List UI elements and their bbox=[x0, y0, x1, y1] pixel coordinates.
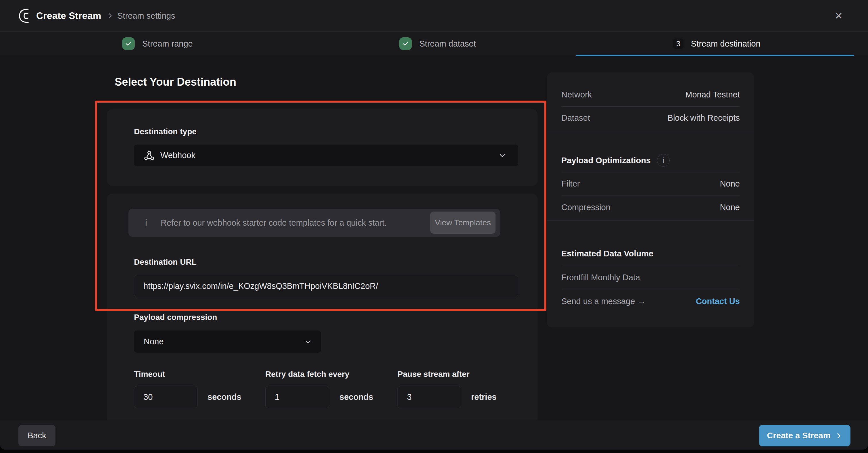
row-value: None bbox=[720, 179, 740, 188]
webhook-config-card: i Refer to our webhook starter code temp… bbox=[107, 194, 537, 420]
retry-label: Retry data fetch every bbox=[265, 370, 349, 379]
summary-row-frontfill: Frontfill Monthly Data bbox=[561, 272, 740, 283]
close-icon[interactable]: ✕ bbox=[831, 8, 847, 24]
chevron-down-icon bbox=[498, 151, 507, 160]
app-logo-icon bbox=[18, 8, 31, 24]
webhook-icon bbox=[143, 149, 155, 161]
row-value: None bbox=[720, 203, 740, 212]
info-icon: i bbox=[145, 209, 147, 237]
summary-row-compression: Compression None bbox=[561, 202, 740, 213]
section-heading: Select Your Destination bbox=[115, 76, 236, 88]
pause-unit: retries bbox=[471, 386, 497, 408]
create-stream-label: Create a Stream bbox=[767, 431, 831, 440]
step-number-badge: 3 bbox=[673, 38, 683, 49]
row-label: Frontfill Monthly Data bbox=[561, 273, 640, 282]
row-label: Send us a message → bbox=[561, 297, 646, 306]
section-header-label: Estimated Data Volume bbox=[561, 249, 653, 259]
row-value: Monad Testnet bbox=[685, 90, 740, 99]
row-label: Compression bbox=[561, 203, 611, 212]
row-label: Dataset bbox=[561, 113, 590, 123]
pause-input[interactable] bbox=[398, 386, 461, 408]
chevron-down-icon bbox=[304, 337, 312, 346]
banner-text: Refer to our webhook starter code templa… bbox=[161, 209, 387, 237]
retry-input[interactable] bbox=[265, 386, 330, 408]
back-button[interactable]: Back bbox=[19, 425, 56, 446]
row-label: Filter bbox=[561, 179, 580, 188]
contact-us-link[interactable]: Contact Us bbox=[696, 297, 740, 306]
pause-label: Pause stream after bbox=[398, 370, 470, 379]
chevron-right-icon bbox=[835, 432, 842, 440]
section-header: Payload Optimizations i bbox=[561, 154, 670, 167]
row-value: Block with Receipts bbox=[668, 113, 740, 123]
step-tabbar: Stream range Stream dataset 3 Stream des… bbox=[0, 32, 868, 56]
divider bbox=[561, 266, 740, 266]
view-templates-button[interactable]: View Templates bbox=[430, 212, 496, 234]
create-stream-modal: Create Stream Stream settings ✕ Stream r… bbox=[0, 0, 868, 450]
payload-compression-label: Payload compression bbox=[134, 313, 217, 322]
page-title: Create Stream bbox=[36, 0, 101, 32]
stream-summary-card: Network Monad Testnet Dataset Block with… bbox=[547, 72, 754, 327]
row-label: Network bbox=[561, 90, 592, 99]
summary-row-filter: Filter None bbox=[561, 178, 740, 189]
destination-type-select[interactable]: Webhook bbox=[134, 145, 518, 166]
header: Create Stream Stream settings ✕ bbox=[0, 0, 868, 32]
summary-row-contact: Send us a message → Contact Us bbox=[561, 296, 740, 307]
payload-compression-select[interactable]: None bbox=[134, 331, 321, 353]
breadcrumb-chevron-icon bbox=[106, 12, 114, 20]
summary-row-dataset: Dataset Block with Receipts bbox=[561, 112, 740, 124]
summary-row-payload-optimizations: Payload Optimizations i bbox=[561, 154, 740, 167]
timeout-label: Timeout bbox=[134, 370, 165, 379]
check-icon bbox=[122, 37, 135, 50]
info-icon[interactable]: i bbox=[657, 154, 670, 167]
create-stream-button[interactable]: Create a Stream bbox=[759, 425, 850, 446]
tab-stream-destination[interactable]: 3 Stream destination bbox=[673, 32, 761, 56]
timeout-unit: seconds bbox=[208, 386, 242, 408]
destination-type-label: Destination type bbox=[134, 127, 196, 136]
destination-url-label: Destination URL bbox=[134, 258, 196, 267]
check-icon bbox=[399, 37, 412, 50]
templates-info-banner: i Refer to our webhook starter code temp… bbox=[128, 209, 500, 237]
tab-label: Stream range bbox=[142, 39, 193, 49]
tab-label: Stream dataset bbox=[419, 39, 476, 49]
active-tab-indicator bbox=[576, 55, 854, 56]
payload-compression-value: None bbox=[144, 337, 163, 346]
content-area: Select Your Destination Destination type… bbox=[0, 57, 868, 420]
summary-row-network: Network Monad Testnet bbox=[561, 89, 740, 100]
tab-stream-dataset[interactable]: Stream dataset bbox=[399, 32, 476, 56]
divider bbox=[561, 195, 740, 196]
summary-row-estimated-data-volume: Estimated Data Volume bbox=[561, 248, 740, 259]
footer-bar: Back Create a Stream bbox=[0, 420, 868, 450]
retry-unit: seconds bbox=[339, 386, 373, 408]
timeout-input[interactable] bbox=[134, 386, 198, 408]
section-divider bbox=[547, 220, 754, 221]
destination-type-card: Destination type Webhook bbox=[107, 109, 537, 186]
tab-label: Stream destination bbox=[691, 39, 761, 49]
divider bbox=[561, 289, 740, 290]
destination-url-input[interactable] bbox=[134, 275, 518, 297]
section-divider bbox=[547, 132, 754, 132]
divider bbox=[561, 172, 740, 173]
tab-stream-range[interactable]: Stream range bbox=[122, 32, 193, 56]
section-header-label: Payload Optimizations bbox=[561, 156, 651, 165]
breadcrumb: Stream settings bbox=[117, 0, 175, 32]
destination-type-value: Webhook bbox=[160, 151, 195, 160]
